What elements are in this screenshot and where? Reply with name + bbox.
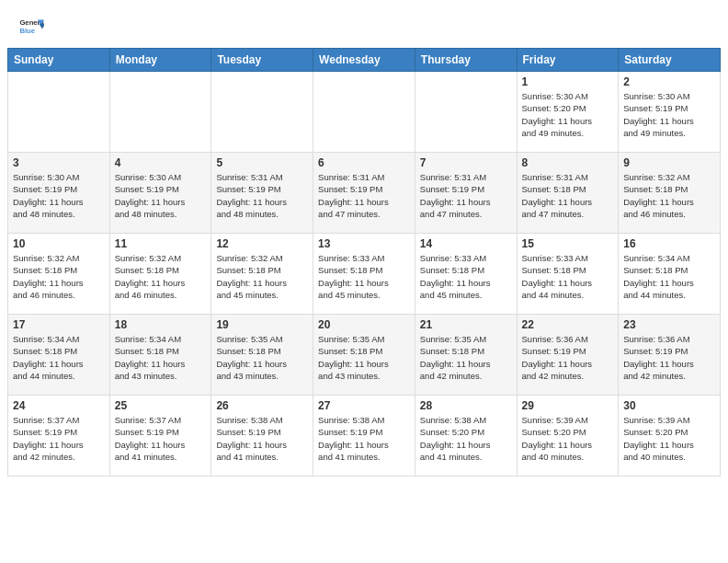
day-number: 6 <box>318 156 410 169</box>
day-number: 1 <box>522 75 614 88</box>
calendar-week-4: 17Sunrise: 5:34 AM Sunset: 5:18 PM Dayli… <box>8 315 721 396</box>
day-header-wednesday: Wednesday <box>313 49 415 72</box>
calendar-cell <box>211 72 313 153</box>
calendar-cell: 4Sunrise: 5:30 AM Sunset: 5:19 PM Daylig… <box>109 153 211 234</box>
calendar-cell: 30Sunrise: 5:39 AM Sunset: 5:20 PM Dayli… <box>619 396 721 477</box>
day-info: Sunrise: 5:37 AM Sunset: 5:19 PM Dayligh… <box>13 414 105 463</box>
calendar-cell: 19Sunrise: 5:35 AM Sunset: 5:18 PM Dayli… <box>211 315 313 396</box>
day-number: 22 <box>522 318 614 331</box>
calendar-cell: 29Sunrise: 5:39 AM Sunset: 5:20 PM Dayli… <box>517 396 619 477</box>
calendar-cell: 22Sunrise: 5:36 AM Sunset: 5:19 PM Dayli… <box>517 315 619 396</box>
day-number: 15 <box>522 237 614 250</box>
day-number: 21 <box>420 318 512 331</box>
day-number: 2 <box>623 75 715 88</box>
day-info: Sunrise: 5:34 AM Sunset: 5:18 PM Dayligh… <box>623 252 715 301</box>
page-header: General Blue <box>0 0 728 48</box>
day-info: Sunrise: 5:32 AM Sunset: 5:18 PM Dayligh… <box>216 252 308 301</box>
day-number: 26 <box>216 399 308 412</box>
calendar-cell: 8Sunrise: 5:31 AM Sunset: 5:18 PM Daylig… <box>517 153 619 234</box>
svg-text:Blue: Blue <box>19 27 35 35</box>
day-number: 29 <box>522 399 614 412</box>
calendar-cell: 12Sunrise: 5:32 AM Sunset: 5:18 PM Dayli… <box>211 234 313 315</box>
day-number: 24 <box>13 399 105 412</box>
day-info: Sunrise: 5:30 AM Sunset: 5:19 PM Dayligh… <box>115 171 207 220</box>
calendar-cell <box>415 72 517 153</box>
day-number: 14 <box>420 237 512 250</box>
day-number: 4 <box>115 156 207 169</box>
day-number: 20 <box>318 318 410 331</box>
day-info: Sunrise: 5:33 AM Sunset: 5:18 PM Dayligh… <box>420 252 512 301</box>
day-info: Sunrise: 5:31 AM Sunset: 5:18 PM Dayligh… <box>522 171 614 220</box>
day-info: Sunrise: 5:36 AM Sunset: 5:19 PM Dayligh… <box>623 333 715 382</box>
day-header-thursday: Thursday <box>415 49 517 72</box>
day-number: 23 <box>623 318 715 331</box>
day-info: Sunrise: 5:31 AM Sunset: 5:19 PM Dayligh… <box>216 171 308 220</box>
day-info: Sunrise: 5:34 AM Sunset: 5:18 PM Dayligh… <box>115 333 207 382</box>
calendar-cell <box>8 72 110 153</box>
day-info: Sunrise: 5:38 AM Sunset: 5:20 PM Dayligh… <box>420 414 512 463</box>
day-info: Sunrise: 5:30 AM Sunset: 5:19 PM Dayligh… <box>623 90 715 139</box>
calendar: SundayMondayTuesdayWednesdayThursdayFrid… <box>0 48 728 484</box>
day-info: Sunrise: 5:38 AM Sunset: 5:19 PM Dayligh… <box>318 414 410 463</box>
day-number: 25 <box>115 399 207 412</box>
day-header-friday: Friday <box>517 49 619 72</box>
day-info: Sunrise: 5:31 AM Sunset: 5:19 PM Dayligh… <box>318 171 410 220</box>
day-info: Sunrise: 5:39 AM Sunset: 5:20 PM Dayligh… <box>522 414 614 463</box>
day-info: Sunrise: 5:35 AM Sunset: 5:18 PM Dayligh… <box>318 333 410 382</box>
day-number: 12 <box>216 237 308 250</box>
calendar-cell: 20Sunrise: 5:35 AM Sunset: 5:18 PM Dayli… <box>313 315 415 396</box>
calendar-week-3: 10Sunrise: 5:32 AM Sunset: 5:18 PM Dayli… <box>8 234 721 315</box>
day-number: 11 <box>115 237 207 250</box>
calendar-cell: 11Sunrise: 5:32 AM Sunset: 5:18 PM Dayli… <box>109 234 211 315</box>
day-info: Sunrise: 5:33 AM Sunset: 5:18 PM Dayligh… <box>318 252 410 301</box>
calendar-cell: 17Sunrise: 5:34 AM Sunset: 5:18 PM Dayli… <box>8 315 110 396</box>
calendar-cell: 2Sunrise: 5:30 AM Sunset: 5:19 PM Daylig… <box>619 72 721 153</box>
calendar-cell: 15Sunrise: 5:33 AM Sunset: 5:18 PM Dayli… <box>517 234 619 315</box>
calendar-week-1: 1Sunrise: 5:30 AM Sunset: 5:20 PM Daylig… <box>8 72 721 153</box>
day-number: 16 <box>623 237 715 250</box>
calendar-table: SundayMondayTuesdayWednesdayThursdayFrid… <box>7 48 721 477</box>
day-header-tuesday: Tuesday <box>211 49 313 72</box>
day-header-monday: Monday <box>109 49 211 72</box>
calendar-cell: 3Sunrise: 5:30 AM Sunset: 5:19 PM Daylig… <box>8 153 110 234</box>
calendar-cell: 6Sunrise: 5:31 AM Sunset: 5:19 PM Daylig… <box>313 153 415 234</box>
day-number: 18 <box>115 318 207 331</box>
calendar-cell: 21Sunrise: 5:35 AM Sunset: 5:18 PM Dayli… <box>415 315 517 396</box>
day-number: 27 <box>318 399 410 412</box>
day-number: 3 <box>13 156 105 169</box>
calendar-cell: 5Sunrise: 5:31 AM Sunset: 5:19 PM Daylig… <box>211 153 313 234</box>
day-number: 10 <box>13 237 105 250</box>
day-info: Sunrise: 5:35 AM Sunset: 5:18 PM Dayligh… <box>420 333 512 382</box>
day-number: 9 <box>623 156 715 169</box>
day-header-sunday: Sunday <box>8 49 110 72</box>
calendar-header: SundayMondayTuesdayWednesdayThursdayFrid… <box>8 49 721 72</box>
calendar-cell: 18Sunrise: 5:34 AM Sunset: 5:18 PM Dayli… <box>109 315 211 396</box>
day-info: Sunrise: 5:34 AM Sunset: 5:18 PM Dayligh… <box>13 333 105 382</box>
day-number: 28 <box>420 399 512 412</box>
calendar-cell <box>313 72 415 153</box>
calendar-cell: 7Sunrise: 5:31 AM Sunset: 5:19 PM Daylig… <box>415 153 517 234</box>
logo: General Blue <box>18 15 48 40</box>
day-info: Sunrise: 5:35 AM Sunset: 5:18 PM Dayligh… <box>216 333 308 382</box>
calendar-cell: 10Sunrise: 5:32 AM Sunset: 5:18 PM Dayli… <box>8 234 110 315</box>
calendar-cell: 23Sunrise: 5:36 AM Sunset: 5:19 PM Dayli… <box>619 315 721 396</box>
day-info: Sunrise: 5:30 AM Sunset: 5:19 PM Dayligh… <box>13 171 105 220</box>
day-info: Sunrise: 5:32 AM Sunset: 5:18 PM Dayligh… <box>13 252 105 301</box>
calendar-cell: 1Sunrise: 5:30 AM Sunset: 5:20 PM Daylig… <box>517 72 619 153</box>
day-info: Sunrise: 5:33 AM Sunset: 5:18 PM Dayligh… <box>522 252 614 301</box>
day-number: 5 <box>216 156 308 169</box>
calendar-cell: 27Sunrise: 5:38 AM Sunset: 5:19 PM Dayli… <box>313 396 415 477</box>
day-info: Sunrise: 5:37 AM Sunset: 5:19 PM Dayligh… <box>115 414 207 463</box>
day-number: 30 <box>623 399 715 412</box>
day-info: Sunrise: 5:38 AM Sunset: 5:19 PM Dayligh… <box>216 414 308 463</box>
day-header-saturday: Saturday <box>619 49 721 72</box>
calendar-cell: 25Sunrise: 5:37 AM Sunset: 5:19 PM Dayli… <box>109 396 211 477</box>
calendar-cell: 24Sunrise: 5:37 AM Sunset: 5:19 PM Dayli… <box>8 396 110 477</box>
calendar-week-5: 24Sunrise: 5:37 AM Sunset: 5:19 PM Dayli… <box>8 396 721 477</box>
calendar-cell: 16Sunrise: 5:34 AM Sunset: 5:18 PM Dayli… <box>619 234 721 315</box>
calendar-cell: 26Sunrise: 5:38 AM Sunset: 5:19 PM Dayli… <box>211 396 313 477</box>
calendar-cell: 13Sunrise: 5:33 AM Sunset: 5:18 PM Dayli… <box>313 234 415 315</box>
day-info: Sunrise: 5:32 AM Sunset: 5:18 PM Dayligh… <box>115 252 207 301</box>
day-number: 7 <box>420 156 512 169</box>
calendar-week-2: 3Sunrise: 5:30 AM Sunset: 5:19 PM Daylig… <box>8 153 721 234</box>
